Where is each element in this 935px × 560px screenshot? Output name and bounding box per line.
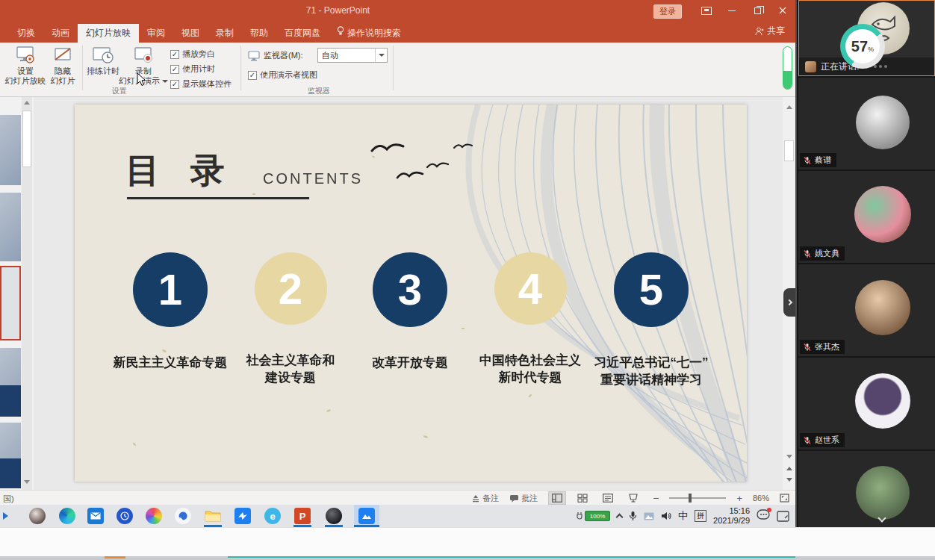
tab-baidu-netdisk[interactable]: 百度网盘 — [276, 24, 329, 43]
presenter-view-checkbox[interactable]: ✓使用演示者视图 — [248, 69, 317, 81]
ime-pinyin-indicator[interactable]: 拼 — [695, 510, 706, 522]
clock-datetime[interactable]: 15:16 2021/9/29 — [713, 506, 750, 526]
browser-swoosh-icon[interactable] — [174, 507, 192, 525]
tab-transitions[interactable]: 切换 — [9, 24, 43, 43]
statusbar-language-fragment: 国) — [3, 494, 14, 505]
taskbar-user-avatar[interactable] — [28, 507, 46, 525]
next-slide-button[interactable] — [783, 474, 795, 485]
photos-app-icon[interactable] — [145, 507, 163, 525]
sidebar-expander-tab[interactable] — [783, 288, 795, 317]
edge-browser-icon[interactable] — [58, 507, 76, 525]
taskbar-overflow-arrow-icon[interactable] — [0, 507, 10, 525]
slide-thumbnail[interactable] — [0, 193, 21, 261]
login-button[interactable]: 登录 — [653, 4, 682, 19]
mouse-cursor — [137, 72, 146, 87]
minimize-button[interactable] — [719, 0, 745, 21]
tab-help[interactable]: 帮助 — [242, 24, 276, 43]
scrollbar-thumb[interactable] — [784, 140, 794, 161]
tab-slideshow[interactable]: 幻灯片放映 — [78, 24, 139, 43]
tab-animations[interactable]: 动画 — [43, 24, 78, 43]
participant-name: 张其杰 — [815, 341, 839, 352]
slideshow-view-button[interactable] — [624, 491, 642, 505]
thumbnail-scrollbar[interactable] — [22, 97, 32, 490]
video-tile[interactable]: 张其杰 — [798, 264, 935, 356]
notes-button[interactable]: 备注 — [471, 493, 499, 504]
zoom-percent[interactable]: 86% — [753, 494, 769, 503]
titlebar[interactable]: 71 - PowerPoint 登录 — [0, 0, 795, 21]
slide-sorter-icon — [577, 494, 588, 503]
setup-slideshow-button[interactable]: 设置幻灯片放映 — [6, 46, 45, 87]
zoom-slider[interactable] — [669, 497, 726, 499]
use-timings-checkbox[interactable]: ✓使用计时 — [170, 63, 215, 75]
zoom-in-button[interactable]: + — [736, 493, 742, 504]
tab-record[interactable]: 录制 — [208, 24, 242, 43]
close-button[interactable] — [770, 0, 795, 21]
share-button[interactable]: 共享 — [755, 25, 785, 37]
lightbulb-icon — [337, 24, 344, 43]
screen: 71 - PowerPoint 登录 切换 动画 幻灯片放映 审阅 视图 录制 … — [0, 0, 935, 560]
battery-percent: 100% — [585, 511, 610, 521]
monitor-dropdown-button[interactable] — [375, 49, 387, 62]
mic-muted-icon — [803, 436, 812, 445]
video-tile[interactable] — [798, 451, 935, 527]
slide-canvas[interactable]: 目 录 CONTENTS 1 新民主主义革命专题 2 社会主义革命和建设专题 3… — [75, 105, 747, 482]
scroll-down-icon[interactable] — [24, 480, 30, 484]
ribbon-display-options-button[interactable] — [694, 0, 719, 21]
scroll-down-button[interactable] — [783, 451, 795, 462]
picture-tray-icon[interactable] — [644, 512, 654, 520]
thumbnail-scrollbar-thumb[interactable] — [22, 111, 31, 167]
video-tile[interactable]: 姚文典 — [798, 171, 935, 263]
slide-sorter-view-button[interactable] — [574, 491, 591, 505]
file-explorer-icon[interactable] — [204, 507, 222, 525]
normal-view-button[interactable] — [548, 491, 566, 505]
view-switcher — [548, 491, 642, 505]
tab-tell-me[interactable]: 操作说明搜索 — [329, 24, 409, 43]
video-tile[interactable]: 蔡谱 — [798, 78, 935, 169]
clock-app-icon[interactable] — [116, 507, 134, 525]
fit-to-window-icon[interactable] — [780, 494, 789, 503]
zoom-slider-knob[interactable] — [689, 494, 692, 503]
powerpoint-icon[interactable]: P — [293, 507, 311, 525]
zoom-out-button[interactable]: − — [653, 492, 659, 504]
tray-expand-chevron[interactable] — [617, 512, 622, 520]
collapse-chevron-down[interactable] — [879, 515, 885, 521]
slide-thumbnail[interactable] — [0, 115, 21, 185]
hide-slide-button[interactable]: 隐藏幻灯片 — [46, 46, 79, 87]
speaker-icon[interactable] — [661, 511, 671, 520]
battery-indicator[interactable]: 100% — [576, 511, 610, 521]
tab-review[interactable]: 审阅 — [139, 24, 173, 43]
folder-icon — [205, 509, 221, 523]
restore-button[interactable] — [745, 0, 770, 21]
scroll-up-button[interactable] — [783, 102, 795, 113]
toc-circle-4: 4 — [494, 252, 567, 325]
slide-thumbnail[interactable] — [0, 348, 21, 417]
slide-thumbnail-selected[interactable] — [0, 266, 21, 340]
bird-app-icon[interactable] — [234, 507, 252, 525]
music-app-avatar-icon[interactable] — [325, 507, 343, 525]
checkbox-checked-icon: ✓ — [248, 71, 257, 80]
ime-mode-indicator[interactable]: 中 — [678, 509, 688, 523]
group-label-monitors: 监视器 — [246, 86, 391, 96]
video-tile[interactable]: 赵世系 — [798, 358, 935, 449]
messenger-tray-icon[interactable] — [757, 509, 770, 523]
reading-view-button[interactable] — [599, 491, 617, 505]
powerpoint-window: 71 - PowerPoint 登录 切换 动画 幻灯片放映 审阅 视图 录制 … — [0, 0, 795, 505]
mic-muted-icon — [803, 343, 812, 352]
windows-taskbar: e P 100% 中 拼 15:16 2021/9/29 — [0, 505, 795, 527]
tab-view[interactable]: 视图 — [173, 24, 208, 43]
previous-slide-icon — [786, 467, 792, 470]
scroll-up-icon[interactable] — [24, 101, 30, 105]
monitor-dropdown[interactable]: 自动 — [317, 48, 388, 63]
rehearse-timings-button[interactable]: 排练计时 — [85, 46, 121, 87]
previous-slide-button[interactable] — [783, 463, 795, 474]
mail-app-icon[interactable] — [87, 507, 105, 525]
action-center-icon[interactable] — [777, 511, 789, 522]
rehearse-timings-icon — [92, 46, 114, 65]
comments-button[interactable]: 批注 — [509, 493, 538, 504]
slide-thumbnail[interactable] — [0, 423, 21, 488]
e-app-icon[interactable]: e — [264, 507, 282, 525]
meeting-app-icon[interactable] — [358, 507, 376, 525]
microphone-icon[interactable] — [629, 511, 637, 521]
play-narrations-checkbox[interactable]: ✓播放旁白 — [170, 49, 215, 60]
participant-name-tag: 蔡谱 — [800, 153, 836, 167]
